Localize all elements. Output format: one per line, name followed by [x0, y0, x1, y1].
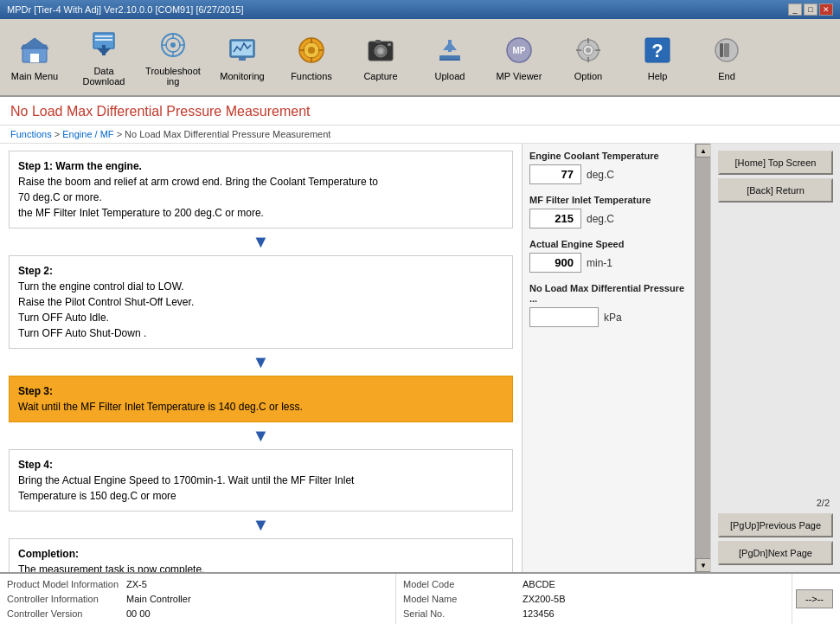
right-buttons-panel: [Home] Top Screen [Back] Return 2/2 [PgU…	[710, 144, 840, 572]
content-area: Step 1: Warm the engine. Raise the boom …	[0, 144, 840, 572]
toolbar-data-download-label: Data Download	[74, 66, 134, 87]
status-col-1: Product Model Information ZX-5 Controlle…	[0, 574, 396, 624]
svg-rect-5	[102, 45, 106, 55]
svg-rect-30	[388, 43, 391, 46]
scroll-down-button[interactable]: ▼	[696, 558, 711, 572]
toolbar-help[interactable]: ? Help	[623, 22, 692, 93]
step-3-text: Wait until the MF Filter Inlet Temperatu…	[18, 399, 503, 415]
step-3-title: Step 3:	[18, 383, 503, 399]
sensor-diff-pressure-row: kPa	[529, 307, 688, 327]
step-2-text: Turn the engine control dial to LOW.Rais…	[18, 279, 503, 341]
toolbar-mp-viewer-label: MP Viewer	[497, 71, 542, 81]
main-content: No Load Max Differential Pressure Measur…	[0, 97, 840, 572]
toolbar-mp-viewer[interactable]: MP MP Viewer	[484, 22, 554, 93]
pgdn-button[interactable]: [PgDn]Next Page	[718, 541, 833, 565]
help-icon: ?	[640, 33, 675, 68]
svg-rect-48	[720, 43, 723, 57]
functions-icon	[294, 33, 329, 68]
status-bar: Product Model Information ZX-5 Controlle…	[0, 572, 840, 624]
sensor-engine-speed: Actual Engine Speed 900 min-1	[529, 239, 688, 273]
step-4-text: Bring the Actual Engine Speed to 1700min…	[18, 473, 503, 504]
toolbar-monitoring[interactable]: Monitoring	[208, 22, 277, 93]
breadcrumb-sep1: >	[55, 129, 62, 139]
toolbar-capture[interactable]: Capture	[346, 22, 415, 93]
svg-rect-42	[576, 49, 581, 51]
model-code-row: Model Code ABCDE	[403, 579, 785, 589]
toolbar-data-download[interactable]: Data Download	[69, 22, 138, 93]
close-button[interactable]: ✕	[819, 3, 833, 16]
toolbar-main-menu-label: Main Menu	[11, 71, 58, 81]
scroll-track	[696, 158, 710, 558]
breadcrumb-sep2: >	[117, 129, 125, 139]
end-icon	[709, 33, 744, 68]
model-code-key: Model Code	[403, 579, 516, 589]
pgup-button[interactable]: [PgUp]Previous Page	[718, 513, 833, 537]
step-1-text: Raise the boom and relief at arm crowd e…	[18, 174, 503, 221]
svg-point-20	[308, 47, 315, 54]
step-3-box: Step 3: Wait until the MF Filter Inlet T…	[9, 376, 513, 422]
svg-rect-41	[587, 57, 589, 62]
toolbar-option[interactable]: Option	[554, 22, 623, 93]
page-title: No Load Max Differential Pressure Measur…	[0, 97, 840, 125]
svg-rect-29	[375, 40, 381, 43]
nav-bottom-button[interactable]: -->--	[796, 589, 833, 608]
minimize-button[interactable]: _	[788, 3, 802, 16]
toolbar-functions[interactable]: Functions	[277, 22, 346, 93]
toolbar-upload-label: Upload	[435, 71, 465, 81]
svg-point-14	[170, 42, 176, 48]
sensor-engine-speed-unit: min-1	[587, 257, 612, 269]
svg-point-28	[378, 48, 383, 54]
sensor-engine-speed-label: Actual Engine Speed	[529, 239, 688, 249]
sensor-coolant-temp-row: 77 deg.C	[529, 164, 688, 184]
serial-no-row: Serial No. 123456	[403, 608, 785, 619]
sensor-mf-filter-temp-label: MF Filter Inlet Temperature	[529, 195, 688, 205]
completion-box: Completion: The measurement task is now …	[9, 538, 513, 572]
product-model-row: Product Model Information ZX-5	[7, 579, 388, 589]
step-1-title: Step 1: Warm the engine.	[18, 158, 503, 174]
toolbar-end[interactable]: End	[692, 22, 761, 93]
toolbar-troubleshoot-label: Troubleshoot ing	[143, 66, 203, 87]
toolbar-capture-label: Capture	[363, 71, 397, 81]
step-4-box: Step 4: Bring the Actual Engine Speed to…	[9, 449, 513, 511]
mpviewer-icon: MP	[502, 33, 536, 68]
toolbar-upload[interactable]: Upload	[415, 22, 484, 93]
steps-panel: Step 1: Warm the engine. Raise the boom …	[0, 144, 522, 572]
sensor-diff-pressure-value	[529, 307, 599, 327]
scroll-up-button[interactable]: ▲	[696, 144, 711, 158]
breadcrumb-functions[interactable]: Functions	[10, 129, 52, 139]
back-return-button[interactable]: [Back] Return	[718, 178, 833, 203]
sensor-coolant-temp-label: Engine Coolant Temperature	[529, 151, 688, 161]
sensor-diff-pressure: No Load Max Differential Pressure ... kP…	[529, 283, 688, 327]
svg-rect-17	[239, 57, 246, 61]
nav-bottom-area: -->--	[792, 574, 840, 624]
sensor-mf-filter-temp-value: 215	[529, 209, 581, 228]
toolbar-option-label: Option	[574, 71, 602, 81]
title-bar-buttons: _ □ ✕	[788, 3, 833, 16]
model-name-val: ZX200-5B	[523, 594, 566, 604]
toolbar-end-label: End	[718, 71, 735, 81]
title-bar: MPDr [Tier-4 With Adj] Ver2.10.0.0 [COM9…	[0, 0, 840, 19]
option-icon	[571, 33, 606, 68]
sensor-diff-pressure-unit: kPa	[604, 312, 622, 324]
toolbar-troubleshoot[interactable]: Troubleshoot ing	[138, 22, 208, 93]
sensor-coolant-temp-unit: deg.C	[587, 169, 614, 181]
controller-info-key: Controller Information	[7, 594, 119, 604]
sensor-diff-pressure-label: No Load Max Differential Pressure ...	[529, 283, 688, 304]
completion-title: Completion:	[18, 546, 503, 562]
breadcrumb-engine-mf[interactable]: Engine / MF	[62, 129, 113, 139]
svg-rect-16	[232, 42, 253, 55]
toolbar-main-menu[interactable]: Main Menu	[0, 22, 69, 93]
toolbar-functions-label: Functions	[291, 71, 332, 81]
step-2-box: Step 2: Turn the engine control dial to …	[9, 255, 513, 349]
model-code-val: ABCDE	[523, 579, 555, 589]
maximize-button[interactable]: □	[804, 3, 818, 16]
controller-info-val: Main Controller	[126, 594, 191, 604]
status-col-2: Model Code ABCDE Model Name ZX200-5B Ser…	[396, 574, 792, 624]
download-icon	[87, 28, 121, 62]
breadcrumb-current: No Load Max Differential Pressure Measur…	[125, 129, 330, 139]
capture-icon	[363, 33, 398, 68]
home-screen-button[interactable]: [Home] Top Screen	[718, 151, 833, 175]
controller-version-val: 00 00	[126, 608, 151, 619]
serial-no-key: Serial No.	[403, 608, 516, 619]
sensor-mf-filter-temp-row: 215 deg.C	[529, 209, 688, 228]
